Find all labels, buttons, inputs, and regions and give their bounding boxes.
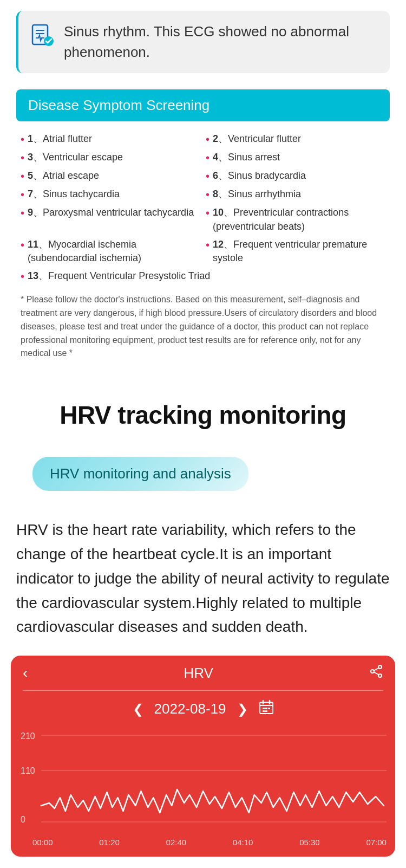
hrv-title-section: HRV tracking monitoring — [0, 373, 406, 446]
hrv-chart-svg — [19, 727, 387, 835]
bullet: • — [21, 206, 24, 220]
chart-y-label-top: 210 — [21, 731, 35, 741]
svg-rect-16 — [263, 710, 265, 712]
list-item: • 7、Sinus tachycardia — [21, 187, 200, 202]
symptom-text: 7、Sinus tachycardia — [28, 187, 120, 201]
list-item: • 12、Frequent ventricular premature syst… — [206, 238, 385, 265]
symptom-text: 5、Atrial escape — [28, 169, 99, 183]
ecg-result-card: Sinus rhythm. This ECG showed no abnorma… — [16, 11, 390, 73]
disclaimer-text: * Please follow the doctor's instruction… — [21, 293, 385, 360]
bullet: • — [206, 132, 209, 146]
list-item: • 9、Paroxysmal ventricular tachycardia — [21, 206, 200, 233]
bullet: • — [21, 269, 24, 283]
ecg-icon — [30, 23, 54, 47]
hrv-next-date-button[interactable]: ❯ — [237, 702, 248, 717]
ecg-result-text: Sinus rhythm. This ECG showed no abnorma… — [64, 22, 378, 62]
symptom-text: 8、Sinus arrhythmia — [213, 187, 301, 201]
bullet: • — [206, 169, 209, 183]
symptom-text: 10、Preventricular contractions (preventr… — [213, 206, 385, 233]
hrv-x-axis: 00:00 01:20 02:40 04:10 05:30 07:00 — [11, 835, 395, 851]
hrv-x-label: 04:10 — [233, 838, 253, 847]
share-icon[interactable] — [369, 664, 383, 682]
hrv-date-row: ❮ 2022-08-19 ❯ — [11, 691, 395, 727]
svg-rect-13 — [263, 708, 265, 709]
bullet: • — [206, 151, 209, 165]
list-item: • 10、Preventricular contractions (preven… — [206, 206, 385, 233]
list-item: • 11、Myocardial ischemia (subendocardial… — [21, 238, 200, 265]
hrv-x-label: 00:00 — [32, 838, 53, 847]
hrv-back-button[interactable]: ‹ — [23, 664, 28, 682]
bullet: • — [21, 151, 24, 165]
bullet: • — [206, 206, 209, 220]
symptom-text: 11、Myocardial ischemia (subendocardial i… — [28, 238, 200, 265]
hrv-chart-header: ‹ HRV — [11, 656, 395, 690]
symptom-text: 2、Ventricular flutter — [213, 132, 301, 146]
symptom-text: 13、Frequent Ventricular Presystolic Tria… — [28, 269, 210, 283]
list-item: • 6、Sinus bradycardia — [206, 169, 385, 183]
svg-rect-15 — [268, 708, 270, 709]
list-item: • 5、Atrial escape — [21, 169, 200, 183]
svg-point-5 — [371, 670, 374, 673]
bullet: • — [21, 169, 24, 183]
hrv-chart-area: 210 110 0 — [19, 727, 387, 835]
symptom-text: 12、Frequent ventricular premature systol… — [213, 238, 385, 265]
bullet: • — [21, 132, 24, 146]
hrv-description: HRV is the heart rate variability, which… — [16, 518, 390, 639]
svg-rect-17 — [265, 710, 267, 712]
screening-title: Disease Symptom Screening — [28, 97, 209, 113]
screening-section: Disease Symptom Screening • 1、Atrial flu… — [16, 89, 390, 360]
svg-line-8 — [374, 672, 378, 675]
symptom-text: 3、Ventricular escape — [28, 151, 123, 164]
list-item: • 1、Atrial flutter — [21, 132, 200, 146]
list-item: • 2、Ventricular flutter — [206, 132, 385, 146]
hrv-chart-card: ‹ HRV ❮ 2022-08-19 ❯ — [11, 656, 395, 857]
bullet: • — [206, 187, 209, 202]
hrv-x-label: 01:20 — [99, 838, 120, 847]
hrv-badge-container: HRV monitoring and analysis — [16, 446, 390, 507]
list-item: • 13、Frequent Ventricular Presystolic Tr… — [21, 269, 385, 283]
list-item: • 4、Sinus arrest — [206, 151, 385, 165]
hrv-x-label: 02:40 — [166, 838, 187, 847]
hrv-chart-title: HRV — [184, 665, 213, 682]
hrv-main-title: HRV tracking monitoring — [16, 400, 390, 430]
symptom-text: 9、Paroxysmal ventricular tachycardia — [28, 206, 194, 219]
chart-y-label-bot: 0 — [21, 815, 25, 825]
symptom-text: 4、Sinus arrest — [213, 151, 280, 164]
screening-header: Disease Symptom Screening — [16, 89, 390, 121]
bullet: • — [21, 187, 24, 202]
calendar-icon[interactable] — [259, 699, 274, 718]
bullet: • — [206, 238, 209, 252]
hrv-badge: HRV monitoring and analysis — [32, 457, 248, 491]
svg-point-6 — [378, 674, 382, 677]
hrv-x-label: 07:00 — [366, 838, 387, 847]
svg-point-4 — [378, 665, 382, 669]
list-item: • 8、Sinus arrhythmia — [206, 187, 385, 202]
symptom-text: 1、Atrial flutter — [28, 132, 92, 146]
list-item: • 3、Ventricular escape — [21, 151, 200, 165]
svg-line-7 — [374, 668, 378, 671]
hrv-x-label: 05:30 — [299, 838, 320, 847]
svg-rect-14 — [265, 708, 267, 709]
bullet: • — [21, 238, 24, 252]
symptom-text: 6、Sinus bradycardia — [213, 169, 306, 183]
chart-y-label-mid: 110 — [21, 766, 35, 776]
hrv-date: 2022-08-19 — [154, 701, 226, 717]
hrv-prev-date-button[interactable]: ❮ — [133, 702, 143, 717]
symptoms-grid: • 1、Atrial flutter • 2、Ventricular flutt… — [16, 132, 390, 283]
